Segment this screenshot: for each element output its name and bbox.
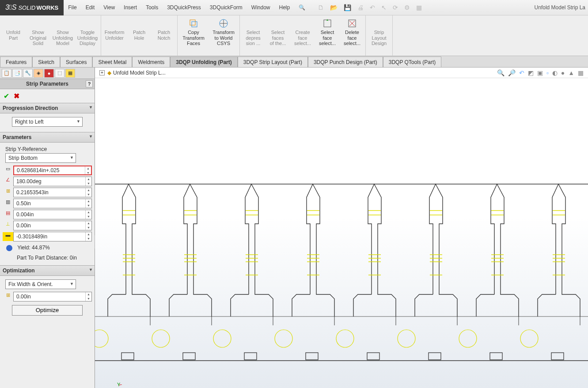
menu-3dquickpress[interactable]: 3DQuickPress [163, 0, 205, 15]
undo-icon[interactable]: ↶ [370, 4, 375, 11]
zoom-area-icon[interactable]: 🔎 [508, 69, 516, 76]
rb-strip-layout[interactable]: StripLayoutDesign [367, 16, 391, 55]
options-icon[interactable]: ⚙ [404, 4, 410, 11]
tab-weldments[interactable]: Weldments [132, 57, 170, 67]
help-icon[interactable]: ? [86, 80, 93, 87]
menu-view[interactable]: View [99, 0, 119, 15]
opt-mode-combo[interactable]: Fix Width & Orient.▼ [5, 279, 76, 289]
tab-3dqp-striplayout[interactable]: 3DQP Strip Layout (Part) [238, 57, 308, 67]
menu-tools[interactable]: Tools [141, 0, 163, 15]
select-icon[interactable]: ↖ [381, 4, 387, 11]
rb-show-original[interactable]: ShowOriginalSolid [26, 16, 50, 55]
pm-tab-3dqp1-icon[interactable]: ⬚ [55, 69, 64, 78]
zoom-fit-icon[interactable]: 🔍 [497, 69, 505, 76]
appearance-icon[interactable]: ● [561, 69, 565, 76]
rb-freeform[interactable]: FreeformUnfolder [102, 16, 127, 55]
param-input-0[interactable]: 0.6286814in+.025▲▼ [13, 166, 92, 175]
menu-3dquickform[interactable]: 3DQuickForm [205, 0, 247, 15]
pm-tab-dim-icon[interactable]: ◈ [34, 69, 43, 78]
param-input-5[interactable]: 0.00in▲▼ [13, 221, 92, 230]
tree-expand-icon[interactable]: + [99, 70, 105, 75]
rb-patch-notch[interactable]: PatchNotch [152, 16, 176, 55]
thickness-icon: ▤ [3, 210, 13, 219]
app-logo: 3⃣S SOLIDWORKS [0, 0, 64, 15]
prev-view-icon[interactable]: ↶ [519, 69, 524, 76]
svg-point-77 [520, 330, 538, 347]
width-icon: ⊞ [3, 188, 13, 197]
rb-create-face-sel[interactable]: Createfaceselect... [290, 16, 315, 55]
cancel-button[interactable]: ✖ [14, 92, 19, 100]
pm-tab-3dqp2-icon[interactable]: ▦ [65, 69, 75, 78]
rb-delete-face-sel[interactable]: Deletefaceselect... [340, 16, 364, 55]
ok-cancel-bar: ✔ ✖ [0, 89, 95, 103]
render-icon[interactable]: ▦ [578, 69, 584, 76]
rb-toggle-unfolding[interactable]: ToggleUnfoldingDisplay [75, 16, 100, 55]
new-icon[interactable]: 🗋 [318, 4, 324, 11]
rb-transform-world[interactable]: Transformto WorldCSYS [209, 16, 239, 55]
display-style-icon[interactable]: ▫ [546, 69, 549, 76]
pitch-icon: ▭ [3, 166, 13, 175]
ribbon: UnfoldPart ShowOriginalSolid ShowUnfoldi… [0, 15, 588, 56]
view-orient-icon[interactable]: ▣ [537, 69, 543, 76]
scene-icon[interactable]: ▲ [568, 69, 574, 76]
tab-3dqp-punchdesign[interactable]: 3DQP Punch Design (Part) [308, 57, 383, 67]
menu-edit[interactable]: Edit [81, 0, 99, 15]
rb-sel-depression[interactable]: Selectdepression ... [241, 16, 266, 55]
tab-sheetmetal[interactable]: Sheet Metal [92, 57, 132, 67]
rb-copy-transform[interactable]: CopyTransformFaces [178, 16, 209, 55]
param-input-3[interactable]: 0.50in▲▼ [13, 199, 92, 208]
save-icon[interactable]: 💾 [344, 4, 351, 11]
param-input-6[interactable]: -0.3018489in▲▼ [13, 232, 92, 241]
tab-3dqp-qtools[interactable]: 3DQP QTools (Part) [383, 57, 441, 67]
svg-rect-3 [324, 20, 331, 27]
svg-point-59 [398, 330, 415, 347]
section-optimization[interactable]: Optimization▾ [0, 265, 95, 276]
menu-window[interactable]: Window [247, 0, 275, 15]
menu-file[interactable]: File [64, 0, 81, 15]
pm-toolbar: 📋 📑 🔧 ◈ ● ⬚ ▦ [0, 68, 95, 79]
menu-insert[interactable]: Insert [119, 0, 141, 15]
param-input-2[interactable]: 0.21653543in▲▼ [13, 188, 92, 197]
svg-rect-33 [244, 353, 257, 360]
ok-button[interactable]: ✔ [4, 92, 9, 100]
rb-patch-hole[interactable]: PatchHole [127, 16, 152, 55]
section-parameters[interactable]: Parameters▾ [0, 132, 95, 143]
param-input-1[interactable]: 180.00deg▲▼ [13, 177, 92, 186]
param-input-4[interactable]: 0.004in▲▼ [13, 210, 92, 219]
yield-dot-icon [6, 245, 12, 251]
rb-sel-faces-of[interactable]: Selectfacesof the... [266, 16, 290, 55]
canvas[interactable]: Y⌐ [95, 78, 588, 388]
pm-tab-appear-icon[interactable]: ● [44, 69, 54, 78]
section-progression[interactable]: Progression Direction▾ [0, 103, 95, 113]
tab-sketch[interactable]: Sketch [32, 57, 60, 67]
hide-show-icon[interactable]: ◐ [552, 69, 558, 76]
gap-icon: ⊥ [3, 221, 13, 230]
yref-combo[interactable]: Strip Bottom▼ [5, 153, 76, 163]
optimize-button[interactable]: Optimize [12, 305, 83, 316]
tab-surfaces[interactable]: Surfaces [60, 57, 92, 67]
axis-y-label: Y⌐ [117, 382, 122, 387]
rb-select-face-sel[interactable]: Selectfaceselect... [315, 16, 340, 55]
opt-input[interactable]: 0.00in▲▼ [13, 292, 92, 301]
menu-help[interactable]: Help [275, 0, 295, 15]
print-icon[interactable]: 🖨 [357, 4, 364, 11]
svg-rect-69 [490, 353, 502, 360]
viewport[interactable]: + ◆ Unfold Model Strip L... 🔍 🔎 ↶ ◩ ▣ ▫ … [95, 68, 588, 388]
rb-unfold-part[interactable]: UnfoldPart [1, 16, 26, 55]
pm-tab-feature-icon[interactable]: 📋 [2, 69, 11, 78]
grid-icon[interactable]: ▦ [416, 4, 422, 11]
tab-3dqp-unfolding[interactable]: 3DQP Unfolding (Part) [170, 57, 237, 67]
rb-show-unfolding[interactable]: ShowUnfoldingModel [50, 16, 75, 55]
panel-title: Strip Parameters ? [0, 79, 95, 89]
rebuild-icon[interactable]: ⟳ [393, 4, 398, 11]
open-icon[interactable]: 📂 [330, 4, 338, 11]
progression-direction-combo[interactable]: Right to Left▼ [12, 117, 83, 127]
section-view-icon[interactable]: ◩ [528, 69, 534, 76]
pm-tab-prop-icon[interactable]: 📑 [12, 69, 22, 78]
view-toolbar: 🔍 🔎 ↶ ◩ ▣ ▫ ◐ ● ▲ ▦ [497, 69, 584, 76]
menu-search-icon[interactable]: 🔍 [294, 0, 310, 15]
ptp-label: Part To Part Distance: 0in [3, 253, 92, 263]
pm-tab-config-icon[interactable]: 🔧 [23, 69, 33, 78]
tab-features[interactable]: Features [0, 57, 32, 67]
offset-icon: ▬ [3, 232, 13, 241]
